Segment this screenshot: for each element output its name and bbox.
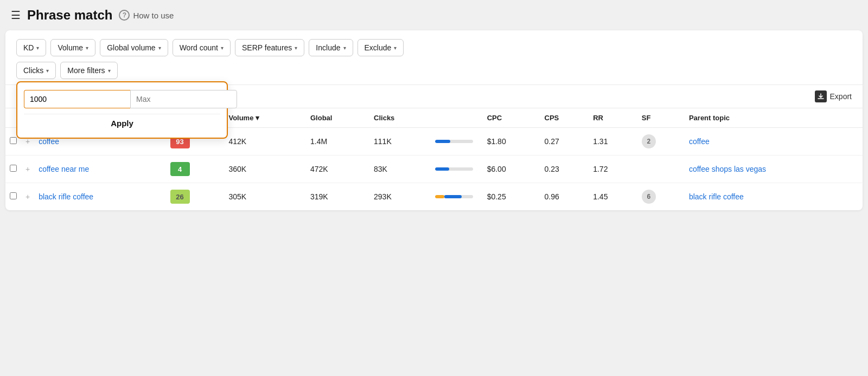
clicks-inputs: [24, 90, 220, 108]
exclude-dropdown-icon: ▾: [394, 45, 397, 51]
row-keyword[interactable]: black rifle coffee: [34, 183, 165, 211]
page-title: Phrase match: [27, 8, 112, 23]
col-clicks[interactable]: Clicks: [369, 108, 431, 128]
col-rr[interactable]: RR: [589, 108, 637, 128]
word-count-dropdown-icon: ▾: [221, 45, 224, 51]
row-parent-topic[interactable]: coffee: [685, 128, 863, 155]
row-clicks-bar: [431, 183, 483, 211]
row-sf: 6: [637, 183, 685, 211]
col-volume[interactable]: Volume ▾: [224, 108, 306, 128]
row-keyword[interactable]: coffee near me: [34, 155, 165, 183]
clicks-min-input[interactable]: [24, 90, 130, 108]
header: ☰ Phrase match ? How to use: [0, 0, 868, 30]
row-cpc: $1.80: [483, 128, 540, 155]
row-add-icon[interactable]: +: [21, 183, 34, 211]
serp-features-dropdown-icon: ▾: [295, 45, 297, 51]
kd-badge: 4: [170, 162, 190, 176]
col-global[interactable]: Global: [306, 108, 369, 128]
row-global: 472K: [306, 155, 369, 183]
row-cps: 0.27: [540, 128, 589, 155]
kd-dropdown-icon: ▾: [36, 45, 39, 51]
row-rr: 1.72: [589, 155, 637, 183]
parent-topic-link[interactable]: coffee shops las vegas: [689, 165, 766, 173]
col-parent-topic[interactable]: Parent topic: [685, 108, 863, 128]
menu-icon[interactable]: ☰: [11, 9, 21, 22]
main-content: KD ▾ Volume ▾ Global volume ▾ Word count…: [5, 30, 863, 210]
col-clicks-bar: [431, 108, 483, 128]
row-cpc: $6.00: [483, 155, 540, 183]
row-checkbox[interactable]: [10, 192, 17, 199]
row-checkbox[interactable]: [10, 165, 17, 172]
include-dropdown-icon: ▾: [343, 45, 346, 51]
filter-word-count[interactable]: Word count ▾: [173, 39, 231, 56]
filter-bar: KD ▾ Volume ▾ Global volume ▾ Word count…: [5, 30, 863, 85]
row-sf: [637, 155, 685, 183]
volume-dropdown-icon: ▾: [86, 45, 88, 51]
row-kd: 26: [166, 183, 225, 211]
filter-serp-features[interactable]: SERP features ▾: [235, 39, 304, 56]
row-sf: 2: [637, 128, 685, 155]
row-add-icon[interactable]: +: [21, 155, 34, 183]
row-checkbox-cell: [5, 155, 21, 183]
global-volume-dropdown-icon: ▾: [158, 45, 161, 51]
how-to-use-button[interactable]: ? How to use: [119, 10, 174, 21]
row-cpc: $0.25: [483, 183, 540, 211]
export-icon: [815, 90, 827, 102]
row-parent-topic[interactable]: black rifle coffee: [685, 183, 863, 211]
how-to-use-label: How to use: [133, 11, 174, 20]
col-cps[interactable]: CPS: [540, 108, 589, 128]
row-clicks: 83K: [369, 155, 431, 183]
filter-row-2: Clicks ▾ Apply More filters ▾: [16, 62, 852, 79]
filter-global-volume[interactable]: Global volume ▾: [100, 39, 168, 56]
parent-topic-link[interactable]: coffee: [689, 137, 710, 146]
keyword-link[interactable]: black rifle coffee: [39, 192, 93, 201]
parent-topic-link[interactable]: black rifle coffee: [689, 192, 744, 201]
row-clicks-bar: [431, 155, 483, 183]
filter-clicks[interactable]: Clicks ▾: [16, 62, 56, 79]
row-checkbox-cell: [5, 183, 21, 211]
row-clicks: 111K: [369, 128, 431, 155]
export-button[interactable]: Export: [815, 90, 852, 102]
row-clicks-bar: [431, 128, 483, 155]
page-wrapper: ☰ Phrase match ? How to use KD ▾ Volume …: [0, 0, 868, 376]
filter-exclude[interactable]: Exclude ▾: [358, 39, 404, 56]
row-rr: 1.31: [589, 128, 637, 155]
row-volume: 360K: [224, 155, 306, 183]
sf-badge: 2: [642, 134, 656, 148]
clicks-dropdown-icon: ▾: [46, 68, 49, 74]
filter-kd[interactable]: KD ▾: [16, 39, 46, 56]
row-cps: 0.96: [540, 183, 589, 211]
keyword-link[interactable]: coffee near me: [39, 165, 89, 173]
more-filters-dropdown-icon: ▾: [108, 68, 111, 74]
clicks-max-input[interactable]: [130, 90, 237, 108]
filter-row-1: KD ▾ Volume ▾ Global volume ▾ Word count…: [16, 39, 852, 56]
row-volume: 412K: [224, 128, 306, 155]
table-row: +black rifle coffee26305K319K293K$0.250.…: [5, 183, 863, 211]
help-circle-icon: ?: [119, 10, 130, 21]
row-global: 319K: [306, 183, 369, 211]
apply-button[interactable]: Apply: [24, 114, 220, 132]
row-clicks: 293K: [369, 183, 431, 211]
clicks-popup: Apply: [16, 81, 228, 139]
table-row: +coffee near me4360K472K83K$6.000.231.72…: [5, 155, 863, 183]
sf-badge: 6: [642, 190, 656, 204]
clicks-filter-container: Clicks ▾ Apply: [16, 62, 56, 79]
export-label: Export: [830, 92, 852, 101]
col-cpc[interactable]: CPC: [483, 108, 540, 128]
row-parent-topic[interactable]: coffee shops las vegas: [685, 155, 863, 183]
row-volume: 305K: [224, 183, 306, 211]
col-sf[interactable]: SF: [637, 108, 685, 128]
filter-include[interactable]: Include ▾: [309, 39, 353, 56]
row-global: 1.4M: [306, 128, 369, 155]
row-rr: 1.45: [589, 183, 637, 211]
filter-volume[interactable]: Volume ▾: [50, 39, 95, 56]
row-cps: 0.23: [540, 155, 589, 183]
filter-more-filters[interactable]: More filters ▾: [60, 62, 117, 79]
kd-badge: 26: [170, 190, 190, 204]
row-checkbox[interactable]: [10, 137, 17, 144]
row-kd: 4: [166, 155, 225, 183]
